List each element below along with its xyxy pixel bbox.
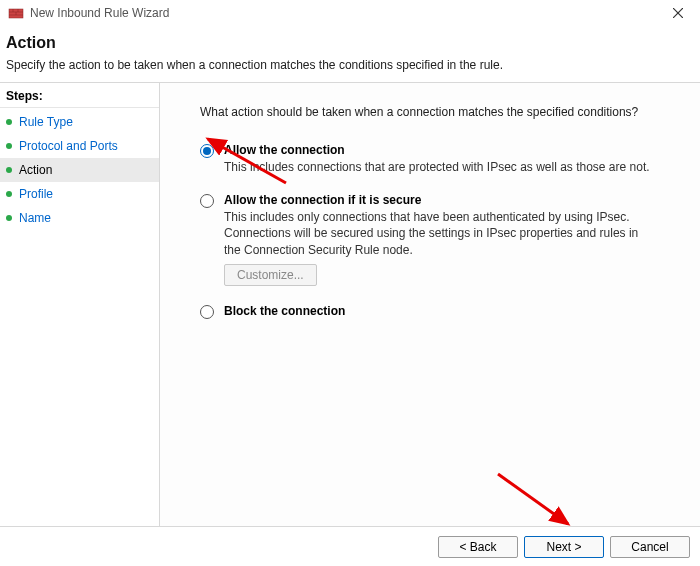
- close-icon: [673, 8, 683, 18]
- step-label: Profile: [19, 187, 53, 201]
- step-rule-type[interactable]: Rule Type: [0, 110, 159, 134]
- wizard-body: Steps: Rule Type Protocol and Ports Acti…: [0, 83, 700, 527]
- option-allow-connection: Allow the connection This includes conne…: [200, 143, 678, 175]
- page-subtitle: Specify the action to be taken when a co…: [6, 58, 694, 72]
- step-label: Protocol and Ports: [19, 139, 118, 153]
- title-bar: New Inbound Rule Wizard: [0, 0, 700, 26]
- option-title: Allow the connection: [224, 143, 678, 157]
- steps-pane: Steps: Rule Type Protocol and Ports Acti…: [0, 83, 160, 527]
- close-button[interactable]: [664, 3, 692, 23]
- step-label: Name: [19, 211, 51, 225]
- step-bullet-icon: [6, 143, 12, 149]
- back-button[interactable]: < Back: [438, 536, 518, 558]
- option-title: Allow the connection if it is secure: [224, 193, 678, 207]
- step-action[interactable]: Action: [0, 158, 159, 182]
- step-protocol-and-ports[interactable]: Protocol and Ports: [0, 134, 159, 158]
- customize-button: Customize...: [224, 264, 317, 286]
- content-pane: What action should be taken when a conne…: [160, 83, 700, 527]
- option-description: This includes connections that are prote…: [224, 159, 654, 175]
- question-text: What action should be taken when a conne…: [200, 105, 678, 119]
- next-button[interactable]: Next >: [524, 536, 604, 558]
- step-bullet-icon: [6, 167, 12, 173]
- window-title: New Inbound Rule Wizard: [30, 6, 664, 20]
- step-label: Rule Type: [19, 115, 73, 129]
- steps-heading: Steps:: [0, 89, 159, 108]
- option-block-connection: Block the connection: [200, 304, 678, 320]
- wizard-header: Action Specify the action to be taken wh…: [0, 26, 700, 83]
- page-title: Action: [6, 34, 694, 52]
- firewall-icon: [8, 5, 24, 21]
- cancel-button[interactable]: Cancel: [610, 536, 690, 558]
- step-name[interactable]: Name: [0, 206, 159, 230]
- radio-block-connection[interactable]: [200, 305, 214, 319]
- wizard-footer: < Back Next > Cancel: [0, 526, 700, 566]
- option-title: Block the connection: [224, 304, 678, 318]
- radio-allow-secure[interactable]: [200, 194, 214, 208]
- step-label: Action: [19, 163, 52, 177]
- radio-allow-connection[interactable]: [200, 144, 214, 158]
- option-allow-secure: Allow the connection if it is secure Thi…: [200, 193, 678, 286]
- step-bullet-icon: [6, 119, 12, 125]
- option-description: This includes only connections that have…: [224, 209, 654, 258]
- step-bullet-icon: [6, 191, 12, 197]
- step-bullet-icon: [6, 215, 12, 221]
- step-profile[interactable]: Profile: [0, 182, 159, 206]
